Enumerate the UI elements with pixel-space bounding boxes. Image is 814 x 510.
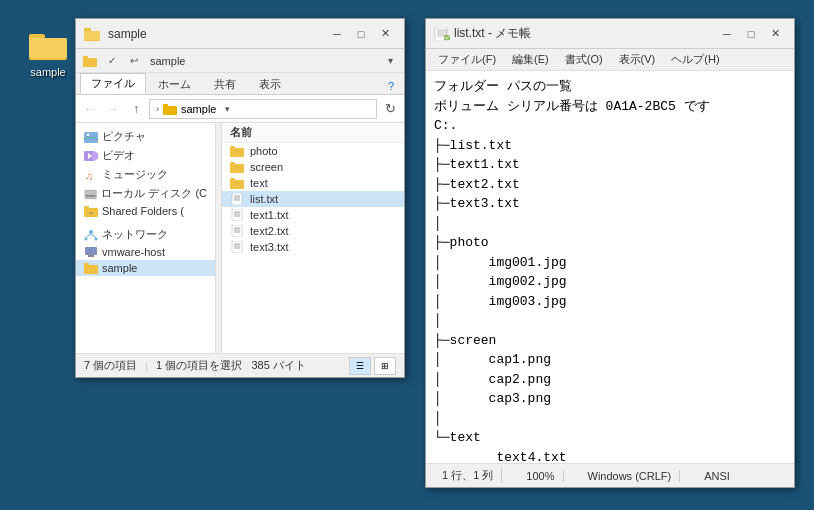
sidebar-item-pictures[interactable]: ピクチャ xyxy=(76,127,215,146)
disk-icon xyxy=(84,188,97,200)
status-item-count: 7 個の項目 xyxy=(84,358,137,373)
tab-home[interactable]: ホーム xyxy=(147,74,202,94)
tab-share[interactable]: 共有 xyxy=(203,74,247,94)
sidebar-label-network: ネットワーク xyxy=(102,227,168,242)
svg-rect-19 xyxy=(84,206,89,210)
menu-help[interactable]: ヘルプ(H) xyxy=(663,50,727,69)
file-item-text3-txt[interactable]: text3.txt xyxy=(222,239,404,255)
sidebar-label-videos: ビデオ xyxy=(102,148,135,163)
txt-icon-text1 xyxy=(230,209,244,221)
explorer-close-button[interactable]: ✕ xyxy=(374,24,396,44)
qa-check-button[interactable]: ✓ xyxy=(102,52,122,70)
svg-rect-2 xyxy=(29,38,67,58)
tab-view[interactable]: 表示 xyxy=(248,74,292,94)
explorer-titlebar-icon xyxy=(84,27,100,41)
file-name-screen: screen xyxy=(250,161,283,173)
desktop-icon-label: sample xyxy=(30,66,65,78)
ribbon-help-button[interactable]: ? xyxy=(382,78,400,94)
qa-undo-button[interactable]: ↩ xyxy=(124,52,144,70)
svg-rect-9 xyxy=(163,104,168,108)
music-icon: ♫ xyxy=(84,169,98,181)
svg-rect-28 xyxy=(84,263,89,267)
explorer-window-controls: ─ □ ✕ xyxy=(326,24,396,44)
view-details-button[interactable]: ☰ xyxy=(349,357,371,375)
sidebar-label-local-disk: ローカル ディスク (C xyxy=(101,186,207,201)
folder-icon-sidebar xyxy=(84,262,98,274)
sidebar-item-vmware[interactable]: vmware-host xyxy=(76,244,215,260)
sidebar-item-sample[interactable]: sample xyxy=(76,260,215,276)
file-item-screen[interactable]: screen xyxy=(222,159,404,175)
notepad-status-line-ending: Windows (CRLF) xyxy=(580,470,681,482)
qa-folder-button[interactable] xyxy=(80,52,100,70)
menu-file[interactable]: ファイル(F) xyxy=(430,50,504,69)
svg-rect-39 xyxy=(232,209,242,221)
network-icon xyxy=(84,229,98,241)
file-name-text3-txt: text3.txt xyxy=(250,241,289,253)
notepad-textarea[interactable] xyxy=(426,71,794,463)
notepad-status-zoom: 100% xyxy=(518,470,563,482)
status-bar: 7 個の項目 | 1 個の項目を選択 385 バイト ☰ ⊞ xyxy=(76,353,404,377)
menu-format[interactable]: 書式(O) xyxy=(557,50,611,69)
svg-rect-43 xyxy=(232,225,242,237)
file-name-text: text xyxy=(250,177,268,189)
view-large-button[interactable]: ⊞ xyxy=(374,357,396,375)
quick-toolbar: ✓ ↩ sample ▾ xyxy=(76,49,404,73)
notepad-statusbar: 1 行、1 列 100% Windows (CRLF) ANSI xyxy=(426,463,794,487)
video-icon xyxy=(84,150,98,162)
notepad-minimize-button[interactable]: ─ xyxy=(716,24,738,44)
file-item-photo[interactable]: photo xyxy=(222,143,404,159)
file-name-text2-txt: text2.txt xyxy=(250,225,289,237)
notepad-close-button[interactable]: ✕ xyxy=(764,24,786,44)
notepad-window-controls: ─ □ ✕ xyxy=(716,24,786,44)
sidebar-item-shared[interactable]: Shared Folders ( xyxy=(76,203,215,219)
menu-view[interactable]: 表示(V) xyxy=(611,50,664,69)
menu-edit[interactable]: 編集(E) xyxy=(504,50,557,69)
refresh-button[interactable]: ↻ xyxy=(380,99,400,119)
notepad-menubar: ファイル(F) 編集(E) 書式(O) 表示(V) ヘルプ(H) xyxy=(426,49,794,71)
notepad-content xyxy=(426,71,794,463)
notepad-status-position: 1 行、1 列 xyxy=(434,468,502,483)
explorer-maximize-button[interactable]: □ xyxy=(350,24,372,44)
txt-icon-text2 xyxy=(230,225,244,237)
pictures-icon xyxy=(84,131,98,143)
sidebar-item-music[interactable]: ♫ ミュージック xyxy=(76,165,215,184)
tab-file[interactable]: ファイル xyxy=(80,73,146,94)
address-folder-icon xyxy=(163,103,177,115)
nav-back-button[interactable]: ← xyxy=(80,99,100,119)
ribbon-tabs: ファイル ホーム 共有 表示 ? xyxy=(76,73,404,95)
file-item-text1-txt[interactable]: text1.txt xyxy=(222,207,404,223)
sidebar-item-videos[interactable]: ビデオ xyxy=(76,146,215,165)
qa-dropdown-button[interactable]: ▾ xyxy=(380,52,400,70)
qa-title: sample xyxy=(150,55,185,67)
column-name: 名前 xyxy=(230,125,252,140)
address-path[interactable]: › sample ▾ xyxy=(149,99,377,119)
folder-icon-screen xyxy=(230,161,244,173)
svg-rect-34 xyxy=(230,178,235,182)
notepad-maximize-button[interactable]: □ xyxy=(740,24,762,44)
folder-icon-desktop xyxy=(29,30,67,62)
sidebar-item-local-disk[interactable]: ローカル ディスク (C xyxy=(76,184,215,203)
nav-up-button[interactable]: ↑ xyxy=(126,99,146,119)
explorer-window: sample ─ □ ✕ ✓ ↩ sample ▾ ファイル ホーム 共有 表示… xyxy=(75,18,405,378)
address-dropdown-button[interactable]: ▾ xyxy=(220,99,234,119)
file-item-text2-txt[interactable]: text2.txt xyxy=(222,223,404,239)
file-name-photo: photo xyxy=(250,145,278,157)
svg-line-24 xyxy=(91,234,96,238)
explorer-title: sample xyxy=(108,27,322,41)
desktop-icon-sample[interactable]: sample xyxy=(18,30,78,78)
nav-forward-button[interactable]: → xyxy=(103,99,123,119)
notepad-titlebar-icon xyxy=(434,27,450,41)
sidebar-label-pictures: ピクチャ xyxy=(102,129,146,144)
explorer-minimize-button[interactable]: ─ xyxy=(326,24,348,44)
file-item-list-txt[interactable]: list.txt xyxy=(222,191,404,207)
computer-icon xyxy=(84,246,98,258)
sidebar-item-network[interactable]: ネットワーク xyxy=(76,225,215,244)
file-list: 名前 photo screen text xyxy=(222,123,404,353)
address-bar: ← → ↑ › sample ▾ ↻ xyxy=(76,95,404,123)
svg-rect-26 xyxy=(88,255,94,257)
folder-icon-photo xyxy=(230,145,244,157)
svg-text:♫: ♫ xyxy=(85,170,93,181)
notepad-title: list.txt - メモ帳 xyxy=(454,25,712,42)
file-item-text[interactable]: text xyxy=(222,175,404,191)
shared-icon xyxy=(84,205,98,217)
